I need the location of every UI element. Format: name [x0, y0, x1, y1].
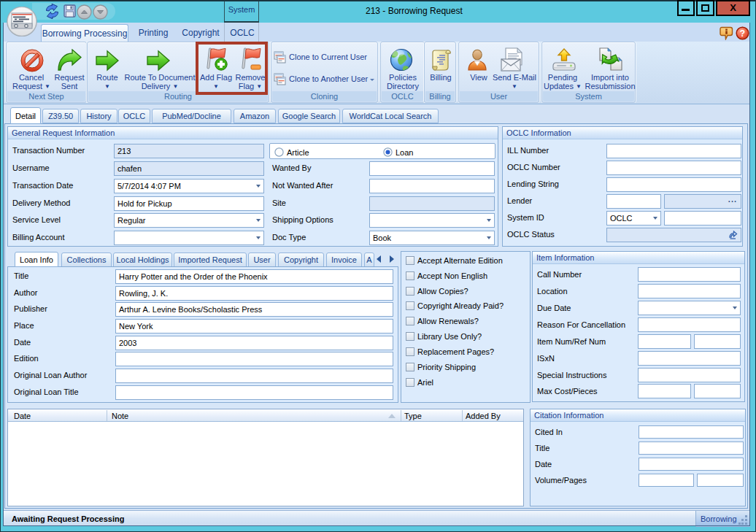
- svg-text:?: ?: [740, 28, 745, 39]
